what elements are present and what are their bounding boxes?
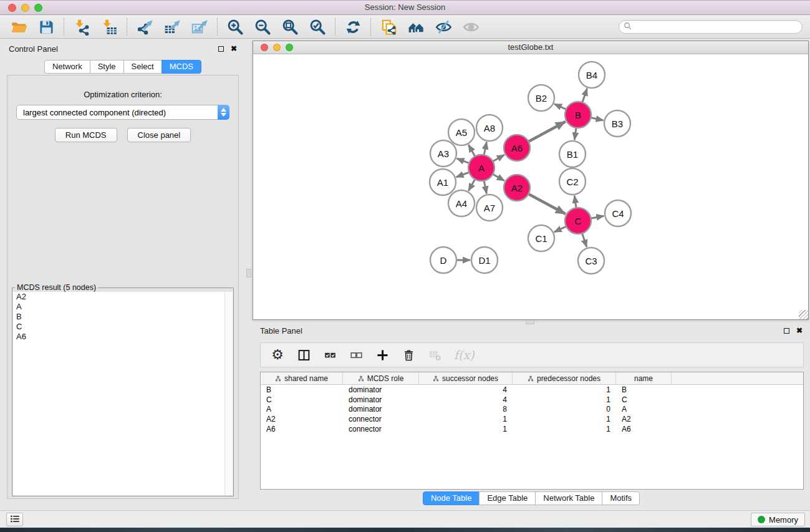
graph-node-B[interactable]: B [565, 102, 591, 128]
zoom-selected-button[interactable] [306, 17, 329, 37]
graph-node-B3[interactable]: B3 [604, 110, 630, 137]
column-header-predecessor-nodes[interactable]: predecessor nodes [513, 372, 616, 384]
column-header-name[interactable]: name [616, 372, 672, 384]
window-minimize-button[interactable] [21, 4, 29, 12]
svg-text:D1: D1 [478, 255, 490, 266]
table-cell: A [261, 405, 343, 414]
hide-selected-button[interactable] [432, 17, 455, 37]
table-row[interactable]: Cdominator41C [261, 395, 803, 405]
tab-network[interactable]: Network [44, 60, 90, 74]
graph-node-C4[interactable]: C4 [605, 200, 631, 226]
resize-grip[interactable] [799, 310, 808, 319]
graph-node-A7[interactable]: A7 [476, 195, 503, 221]
graph-node-A5[interactable]: A5 [448, 119, 475, 145]
close-panel-icon[interactable]: ✖ [231, 45, 237, 52]
graph-node-C1[interactable]: C1 [528, 225, 554, 251]
show-all-button[interactable] [460, 17, 482, 37]
memory-button[interactable]: Memory [751, 513, 805, 526]
mcds-result-item[interactable]: B [13, 312, 233, 322]
table-tab-edge-table[interactable]: Edge Table [479, 491, 536, 505]
mcds-result-list[interactable]: A2ABCA6 [13, 292, 233, 495]
graph-node-A8[interactable]: A8 [476, 115, 503, 141]
graph-node-D[interactable]: D [430, 247, 456, 273]
run-mcds-button[interactable]: Run MCDS [55, 128, 117, 142]
column-header-successor-nodes[interactable]: successor nodes [419, 372, 513, 384]
column-header-MCDS-role[interactable]: MCDS role [343, 372, 419, 384]
graph-node-C2[interactable]: C2 [559, 168, 586, 195]
network-window-titlebar[interactable]: testGlobe.txt [253, 41, 808, 54]
table-tab-node-table[interactable]: Node Table [423, 491, 480, 505]
mcds-result-item[interactable]: A6 [13, 332, 233, 342]
network-list-button[interactable] [6, 513, 23, 526]
optimization-criterion-select[interactable]: largest connected component (directed) [16, 105, 229, 120]
zoom-in-button[interactable] [224, 17, 246, 37]
optimization-criterion-value: largest connected component (directed) [23, 108, 229, 117]
graph-node-B2[interactable]: B2 [528, 85, 554, 111]
window-zoom-button[interactable] [34, 4, 42, 12]
settings-icon: ⚙ [271, 348, 284, 362]
close-table-panel-icon[interactable]: ✖ [796, 327, 803, 334]
graph-node-D1[interactable]: D1 [471, 247, 498, 273]
clone-network-button[interactable] [377, 17, 400, 37]
table-row[interactable]: Adominator80A [261, 405, 803, 415]
float-panel-icon[interactable] [218, 46, 224, 52]
graph-node-A3[interactable]: A3 [430, 140, 456, 167]
function-builder-button[interactable]: f(x) [454, 347, 475, 362]
mcds-result-item[interactable]: A2 [13, 292, 233, 302]
open-file-button[interactable] [7, 17, 30, 37]
tab-mcds[interactable]: MCDS [162, 60, 201, 74]
table-tab-motifs[interactable]: Motifs [602, 491, 640, 505]
add-button[interactable] [375, 347, 389, 362]
import-table-button[interactable] [98, 17, 120, 37]
mcds-result-item[interactable]: C [13, 322, 233, 332]
export-image-button[interactable] [188, 17, 211, 37]
table-row[interactable]: A6connector11A6 [261, 424, 803, 434]
search-box[interactable] [619, 20, 803, 34]
graph-node-A1[interactable]: A1 [430, 169, 456, 195]
mcds-result-item[interactable]: A [13, 302, 233, 312]
deselect-all-button[interactable] [349, 347, 363, 362]
graph-node-A[interactable]: A [468, 155, 494, 181]
search-input[interactable] [634, 22, 798, 32]
graph-node-B4[interactable]: B4 [579, 62, 605, 88]
import-network-button[interactable] [70, 17, 93, 37]
column-header-shared-name[interactable]: shared name [261, 372, 343, 384]
network-zoom-button[interactable] [286, 44, 293, 51]
graph-node-A2[interactable]: A2 [504, 175, 530, 201]
table-tab-network-table[interactable]: Network Table [535, 491, 602, 505]
close-panel-button[interactable]: Close panel [127, 128, 191, 142]
network-minimize-button[interactable] [273, 44, 281, 51]
graph-node-A6[interactable]: A6 [504, 135, 530, 161]
network-close-button[interactable] [261, 44, 268, 51]
network-canvas[interactable]: B4B2BB3B1A5A8A6A3AA1A2A4A7C2CC4C1C3DD1 [253, 54, 808, 319]
tab-style[interactable]: Style [90, 60, 124, 74]
save-session-button[interactable] [35, 17, 57, 37]
select-all-button[interactable] [323, 347, 337, 362]
column-browser-button[interactable] [297, 347, 311, 362]
export-image-icon [191, 19, 208, 36]
home-button[interactable] [405, 17, 427, 37]
window-close-button[interactable] [8, 4, 16, 12]
destroy-table-button[interactable] [428, 347, 441, 362]
zoom-out-button[interactable] [251, 17, 274, 37]
float-table-panel-icon[interactable] [784, 328, 789, 334]
vertical-scrollbar-thumb[interactable] [246, 269, 251, 278]
export-table-button[interactable] [161, 17, 183, 37]
table-cell: A2 [616, 415, 672, 423]
list-scrollbar[interactable] [224, 292, 233, 495]
window-title: Session: New Session [0, 1, 810, 14]
graph-node-B1[interactable]: B1 [559, 141, 586, 167]
svg-text:A: A [478, 163, 485, 173]
graph-node-C[interactable]: C [565, 208, 591, 234]
settings-button[interactable]: ⚙ [271, 347, 284, 362]
graph-node-A4[interactable]: A4 [448, 190, 475, 216]
column-label: MCDS role [367, 374, 404, 383]
refresh-button[interactable] [342, 17, 364, 37]
table-row[interactable]: A2connector11A2 [261, 414, 803, 424]
graph-node-C3[interactable]: C3 [578, 248, 604, 274]
table-row[interactable]: Bdominator41B [261, 385, 803, 395]
export-network-button[interactable] [133, 17, 156, 37]
zoom-fit-button[interactable] [279, 17, 301, 37]
tab-select[interactable]: Select [123, 60, 162, 74]
delete-button[interactable] [402, 347, 415, 362]
